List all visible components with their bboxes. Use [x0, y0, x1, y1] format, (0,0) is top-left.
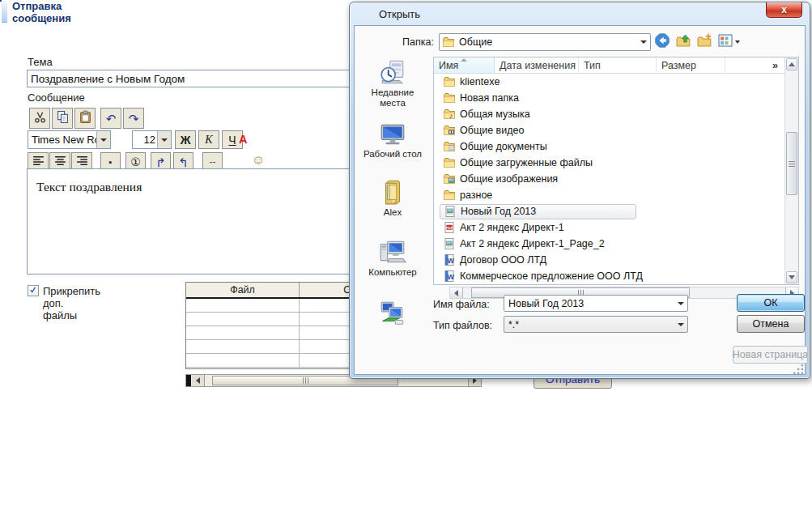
- attach-files-checkbox[interactable]: [28, 285, 39, 296]
- compose-titlebar[interactable]: Отправка сообщения: [2, 2, 7, 23]
- svg-text:W: W: [447, 273, 454, 281]
- undo-button[interactable]: ↶: [100, 108, 121, 129]
- recent-places-icon: [379, 58, 406, 86]
- place-item-network[interactable]: [355, 300, 430, 327]
- list-column-header[interactable]: Имя: [434, 57, 495, 73]
- font-family-combo[interactable]: Times New Roman: [28, 130, 111, 149]
- file-row[interactable]: WКоммерческое предложение ООО ЛТД: [434, 268, 784, 284]
- undo-icon: ↶: [106, 113, 117, 125]
- indent-icon: ↱: [155, 156, 166, 168]
- file-row[interactable]: Новая папка: [434, 90, 784, 106]
- open-dialog-client: Папка: Общие Недавние местаРабочий столA…: [354, 25, 806, 375]
- copy-button[interactable]: [52, 108, 73, 129]
- file-row[interactable]: Акт 2 яндекс Директ-1_Page_2: [434, 236, 784, 252]
- file-row[interactable]: Общие изображения: [434, 171, 784, 187]
- file-name-combo[interactable]: Новый Год 2013: [504, 295, 688, 312]
- svg-text:PDF: PDF: [446, 226, 453, 230]
- file-row[interactable]: Новый Год 2013: [434, 203, 784, 219]
- scissors-icon: [33, 110, 47, 126]
- pdf-file-icon: PDF: [443, 221, 456, 234]
- file-list-header: ИмяДата измененияТипРазмер»: [434, 57, 798, 74]
- attachments-table-cell[interactable]: [186, 340, 300, 353]
- file-name-label: Имя файла:: [433, 299, 490, 310]
- file-row[interactable]: разное: [434, 187, 784, 203]
- splitter-handle[interactable]: [186, 375, 191, 386]
- list-column-header[interactable]: »: [725, 57, 784, 73]
- bold-button[interactable]: Ж: [175, 130, 196, 149]
- list-column-label: Имя: [439, 60, 458, 71]
- font-size-combo[interactable]: 12: [132, 130, 172, 149]
- resize-grip[interactable]: [793, 363, 803, 372]
- attachments-table-cell[interactable]: [186, 299, 300, 312]
- font-size-dropdown[interactable]: [157, 131, 171, 148]
- insert-smiley-button[interactable]: ☺: [252, 153, 265, 168]
- file-row[interactable]: Общие документы: [434, 138, 784, 155]
- file-row[interactable]: klientexe: [434, 74, 784, 90]
- redo-icon: ↷: [129, 113, 139, 125]
- new-page-button[interactable]: Новая страница: [733, 346, 808, 364]
- font-color-button[interactable]: А: [239, 133, 247, 146]
- arrow-down-icon: [789, 275, 795, 279]
- cancel-button[interactable]: Отмена: [737, 315, 805, 333]
- paste-button[interactable]: [74, 108, 96, 129]
- place-item-recent-places[interactable]: Недавние места: [355, 58, 430, 109]
- scroll-left-button[interactable]: [192, 375, 205, 386]
- file-list-rows: klientexeНовая папка♪Общая музыкаОбщие в…: [434, 74, 784, 284]
- numbered-list-icon: ①: [130, 155, 141, 168]
- folder-icon: [443, 189, 456, 202]
- scrollbar-thumb[interactable]: [786, 132, 797, 195]
- chevron-down-icon: [161, 138, 168, 142]
- smiley-icon: ☺: [252, 153, 265, 167]
- file-list-vertical-scrollbar[interactable]: [784, 57, 798, 284]
- file-type-label: Тип файлов:: [433, 320, 492, 331]
- network-icon: [379, 300, 406, 327]
- place-item-computer[interactable]: Компьютер: [355, 238, 430, 278]
- attach-files-label: Прикрепить доп. файлы: [43, 285, 100, 321]
- folder-pics-icon: [443, 172, 456, 185]
- file-row[interactable]: PDFАкт 2 яндекс Директ-1: [434, 219, 784, 236]
- views-button[interactable]: [716, 32, 742, 52]
- computer-icon: [379, 238, 406, 266]
- file-row[interactable]: WДоговор ООО ЛТД: [434, 252, 784, 268]
- views-icon: [717, 32, 733, 52]
- folder-combo-value: Общие: [455, 36, 637, 48]
- chevron-down-icon: [637, 40, 650, 44]
- up-one-level-button[interactable]: [674, 32, 693, 52]
- list-column-header[interactable]: Тип: [579, 57, 657, 73]
- place-item-desktop[interactable]: Рабочий стол: [355, 120, 430, 160]
- file-type-combo[interactable]: *.*: [504, 316, 688, 333]
- font-family-dropdown[interactable]: [96, 131, 110, 148]
- desktop-icon: [379, 120, 406, 147]
- attachments-table-cell[interactable]: [186, 313, 300, 326]
- new-folder-button[interactable]: [695, 32, 714, 52]
- folder-combo[interactable]: Общие: [439, 33, 651, 51]
- place-label: Alex: [363, 207, 423, 218]
- attachments-table-cell[interactable]: [186, 354, 300, 367]
- list-column-label: Размер: [661, 60, 696, 71]
- back-button[interactable]: [653, 32, 672, 52]
- list-column-header[interactable]: Дата изменения: [495, 57, 579, 73]
- attachments-table-cell[interactable]: [186, 326, 300, 339]
- scroll-down-button[interactable]: [786, 271, 797, 283]
- redo-button[interactable]: ↷: [123, 108, 144, 129]
- italic-button[interactable]: К: [198, 130, 219, 149]
- place-item-user-folder[interactable]: Alex: [355, 178, 430, 218]
- close-button[interactable]: x: [766, 2, 802, 18]
- file-row[interactable]: Общие видео: [434, 122, 784, 138]
- ok-button[interactable]: ОК: [737, 294, 805, 312]
- list-column-header[interactable]: Размер: [657, 57, 725, 73]
- file-row[interactable]: ♪Общая музыка: [434, 106, 784, 122]
- file-name-value: Новый Год 2013: [504, 298, 674, 309]
- arrow-up-icon: [789, 62, 795, 66]
- folder-video-icon: [443, 124, 456, 137]
- file-row[interactable]: Общие загруженные файлы: [434, 155, 784, 171]
- cut-button[interactable]: [29, 108, 50, 129]
- list-column-label: »: [772, 60, 778, 71]
- subject-label: Тема: [28, 56, 53, 68]
- scroll-up-button[interactable]: [786, 58, 797, 70]
- sort-ascending-icon: [461, 58, 467, 62]
- scroll-left-button[interactable]: [450, 287, 463, 298]
- user-folder-icon: [379, 178, 406, 206]
- message-label: Сообщение: [28, 92, 85, 104]
- attachments-col-file[interactable]: Файл: [186, 283, 300, 297]
